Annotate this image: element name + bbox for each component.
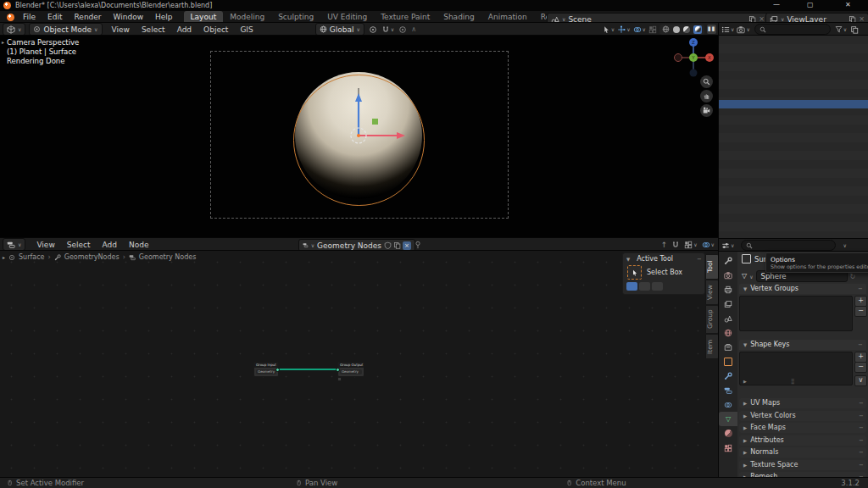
panel-uv-maps[interactable]: ▶UV Maps┉	[739, 398, 866, 408]
shading-rendered-icon[interactable]	[693, 25, 702, 34]
tab-particles-properties[interactable]	[719, 383, 737, 397]
tab-scene-properties[interactable]	[719, 311, 737, 325]
tab-texture-properties[interactable]	[719, 441, 737, 455]
menu-window[interactable]: Window	[108, 11, 150, 23]
outliner-filter-dropdown[interactable]: ∨	[835, 25, 847, 33]
proportional-falloff-icon[interactable]: ∧	[411, 25, 416, 33]
shading-solid-icon[interactable]	[673, 26, 680, 33]
remove-viewlayer-icon[interactable]: ×	[859, 15, 865, 23]
workspace-tab-animation[interactable]: Animation	[481, 11, 534, 23]
shape-keys-list[interactable]: ▶ ⣿	[739, 352, 853, 385]
node-group-selector[interactable]: ∨ Geometry Nodes ×	[298, 239, 415, 252]
new-node-group-icon[interactable]	[393, 241, 401, 249]
outliner-search-input[interactable]	[754, 24, 831, 35]
pin-icon[interactable]	[414, 241, 422, 249]
move-gizmo[interactable]	[305, 88, 415, 183]
workspace-tab-modeling[interactable]: Modeling	[223, 11, 271, 23]
menu-file[interactable]: File	[17, 11, 42, 23]
tab-collection-properties[interactable]	[719, 340, 737, 354]
tab-material-properties[interactable]	[719, 426, 737, 441]
vp-menu-select[interactable]: Select	[136, 24, 171, 36]
panel-shape-keys-header[interactable]: ▼Shape Keys ┉	[739, 340, 866, 350]
fake-user-shield-icon[interactable]	[384, 241, 392, 249]
unlink-node-group-icon[interactable]: ×	[403, 241, 411, 250]
pivot-point-icon[interactable]	[369, 25, 377, 34]
panel-face-maps[interactable]: ▶Face Maps┉	[739, 423, 866, 433]
panel-grip[interactable]: ┉	[698, 256, 701, 263]
panel-normals[interactable]: ▶Normals┉	[739, 447, 866, 458]
properties-editor-type[interactable]: ∨	[721, 241, 734, 250]
editor-type-geometry-nodes[interactable]: ∨	[3, 238, 25, 251]
new-viewlayer-icon[interactable]	[849, 15, 856, 23]
workspace-tab-shading[interactable]: Shading	[437, 11, 481, 23]
outliner-row-clouds[interactable]: ▶ ▽ Clouds ▽	[719, 91, 868, 100]
unlink-scene-icon[interactable]: ×	[759, 15, 765, 23]
panel-vertex-groups-header[interactable]: ▼Vertex Groups ┉	[739, 284, 866, 294]
tab-render-properties[interactable]	[719, 268, 737, 282]
selectability-dropdown-icon[interactable]	[603, 25, 610, 34]
proportional-edit-icon[interactable]	[398, 25, 407, 34]
select-mode-subtract-button[interactable]	[652, 282, 663, 291]
remove-vertex-group-button[interactable]: −	[854, 306, 867, 317]
camera-view-button[interactable]	[700, 104, 713, 117]
toolbar-expand-icon[interactable]: ▸	[2, 39, 4, 45]
tab-object-data-properties[interactable]: ▽	[719, 412, 737, 426]
gizmos-toggle-icon[interactable]	[617, 25, 626, 34]
snap-target-icon[interactable]	[684, 241, 693, 249]
npanel-tab-tool[interactable]: Tool	[705, 254, 719, 280]
tab-world-properties[interactable]	[719, 325, 737, 340]
render-pause-button[interactable]: ▮▮	[707, 25, 716, 34]
close-button[interactable]: ✕	[845, 1, 851, 8]
outliner-row-camera[interactable]: ▶ Camera	[719, 55, 868, 64]
outliner-scope-dropdown[interactable]: ∨	[737, 25, 749, 34]
shape-key-play-icon[interactable]: ▶	[743, 379, 747, 384]
workspace-tab-texture-paint[interactable]: Texture Paint	[374, 11, 437, 23]
workspace-tab-uv-editing[interactable]: UV Editing	[320, 11, 374, 23]
node-group-output[interactable]: Group Output Geometry	[337, 362, 364, 377]
outliner-display-mode[interactable]: ∨	[721, 25, 734, 34]
outliner-row-atmosphere[interactable]: ▶ ▽ Atmosphere ▽	[719, 82, 868, 92]
tab-physics-properties[interactable]	[719, 397, 737, 412]
ne-menu-view[interactable]: View	[31, 239, 60, 251]
node-editor-canvas[interactable]: ▸ Surface › GeometryNodes › Geometry Nod…	[0, 251, 719, 478]
ne-overlays-icon[interactable]	[702, 241, 710, 249]
select-box-tool-icon[interactable]	[627, 265, 642, 280]
new-collection-icon[interactable]	[850, 25, 859, 34]
outliner-row-surface[interactable]: ▶ ▽ Surface ▽	[719, 100, 868, 109]
ne-menu-node[interactable]: Node	[123, 239, 155, 251]
tab-object-properties[interactable]	[719, 354, 737, 369]
xray-toggle-icon[interactable]	[648, 25, 657, 34]
shading-wireframe-icon[interactable]	[662, 25, 670, 33]
maximize-button[interactable]: ▢	[807, 1, 814, 8]
go-to-parent-icon[interactable]: ↑	[661, 241, 668, 249]
menu-render[interactable]: Render	[69, 11, 108, 23]
outliner-row-light[interactable]: ▶ Light	[719, 64, 868, 74]
vp-menu-view[interactable]: View	[106, 24, 136, 36]
tab-tool-properties[interactable]	[719, 253, 737, 268]
panel-texture-space[interactable]: ▶Texture Space┉	[739, 460, 866, 470]
editor-type-3d-viewport[interactable]: ∨	[3, 23, 25, 36]
select-mode-extend-button[interactable]	[639, 282, 650, 291]
vp-menu-object[interactable]: Object	[198, 24, 234, 36]
select-mode-set-button[interactable]	[626, 282, 637, 291]
npanel-tab-view[interactable]: View	[705, 280, 719, 305]
remove-shape-key-button[interactable]: −	[854, 362, 867, 373]
tab-viewlayer-properties[interactable]	[719, 297, 737, 311]
workspace-tab-sculpting[interactable]: Sculpting	[271, 11, 320, 23]
minimize-button[interactable]: —	[773, 1, 780, 8]
outliner-row-scene-collection[interactable]: Scene Collection	[719, 37, 868, 47]
menu-edit[interactable]: Edit	[42, 11, 68, 23]
zoom-button[interactable]	[700, 75, 713, 88]
tab-output-properties[interactable]	[719, 282, 737, 297]
ne-menu-add[interactable]: Add	[97, 239, 123, 251]
new-scene-icon[interactable]	[748, 15, 756, 23]
properties-options-dropdown[interactable]: ∨	[843, 242, 846, 248]
geometry-output-socket[interactable]	[275, 368, 280, 372]
shading-material-icon[interactable]	[683, 26, 690, 33]
vp-menu-add[interactable]: Add	[171, 24, 198, 36]
snap-magnet-icon[interactable]	[381, 25, 390, 34]
workspace-tab-layout[interactable]: Layout	[184, 11, 224, 23]
properties-search-input[interactable]	[741, 240, 836, 251]
menu-help[interactable]: Help	[149, 11, 179, 23]
outliner-row-collection[interactable]: ▼ Collection ✓	[719, 47, 868, 56]
